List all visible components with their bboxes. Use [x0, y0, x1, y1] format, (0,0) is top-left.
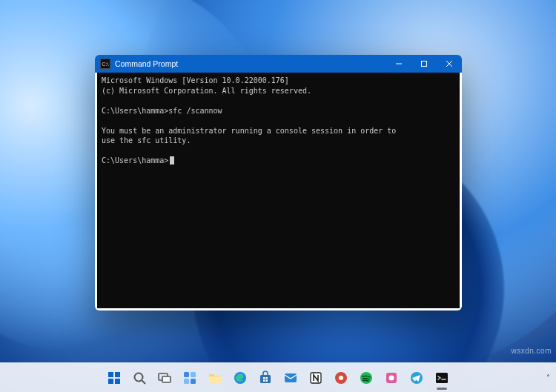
svg-rect-12: [184, 372, 189, 377]
terminal-output[interactable]: Microsoft Windows [Version 10.0.22000.17…: [97, 73, 460, 308]
svg-rect-31: [436, 373, 448, 383]
taskbar: ˄: [0, 362, 556, 392]
svg-rect-23: [285, 373, 297, 382]
taskbar-telegram-icon[interactable]: [406, 368, 427, 388]
window-title: Command Prompt: [115, 59, 386, 68]
svg-rect-22: [266, 379, 268, 382]
svg-rect-14: [184, 379, 189, 384]
tray-overflow-chevron[interactable]: ˄: [546, 373, 550, 382]
command-prompt-icon: C:\: [100, 59, 110, 69]
command-prompt-window[interactable]: C:\ Command Prompt Microsoft Windows [Ve…: [95, 55, 462, 310]
taskbar-file-explorer-icon[interactable]: [205, 368, 225, 388]
minimize-button[interactable]: [386, 55, 411, 73]
svg-rect-16: [209, 376, 221, 383]
terminal-cursor: [170, 156, 174, 165]
svg-rect-21: [263, 379, 265, 382]
watermark-text: wsxdn.com: [511, 347, 552, 355]
taskbar-search-icon[interactable]: [129, 368, 150, 388]
taskbar-edge-icon[interactable]: [230, 368, 251, 388]
svg-point-8: [135, 373, 143, 381]
svg-rect-4: [108, 372, 113, 377]
taskbar-start-icon[interactable]: [104, 368, 125, 388]
svg-rect-1: [422, 62, 427, 67]
svg-point-29: [389, 375, 394, 380]
svg-rect-18: [260, 375, 271, 383]
taskbar-task-view-icon[interactable]: [154, 368, 175, 388]
taskbar-mail-icon[interactable]: [280, 368, 301, 388]
svg-rect-15: [191, 379, 196, 384]
taskbar-store-icon[interactable]: [255, 368, 276, 388]
svg-rect-11: [162, 376, 171, 382]
taskbar-command-prompt-icon[interactable]: [431, 368, 452, 388]
window-controls: [386, 55, 462, 73]
svg-point-26: [339, 376, 343, 380]
svg-rect-19: [263, 377, 265, 379]
desktop: wsxdn.com C:\ Command Prompt Microsoft W…: [0, 0, 556, 392]
svg-rect-7: [115, 379, 120, 384]
taskbar-spotify-icon[interactable]: [356, 368, 377, 388]
svg-rect-13: [191, 372, 196, 377]
svg-rect-6: [108, 379, 113, 384]
taskbar-center: [104, 368, 452, 388]
taskbar-app-pink-icon[interactable]: [381, 368, 402, 388]
taskbar-tray[interactable]: ˄: [546, 363, 550, 392]
maximize-button[interactable]: [411, 55, 437, 73]
svg-line-9: [142, 380, 146, 384]
title-bar[interactable]: C:\ Command Prompt: [95, 55, 462, 73]
svg-rect-20: [266, 377, 268, 379]
taskbar-app-red-icon[interactable]: [331, 368, 351, 388]
close-button[interactable]: [437, 55, 462, 73]
taskbar-notion-icon[interactable]: [305, 368, 326, 388]
svg-rect-5: [115, 372, 120, 377]
taskbar-widgets-icon[interactable]: [179, 368, 200, 388]
